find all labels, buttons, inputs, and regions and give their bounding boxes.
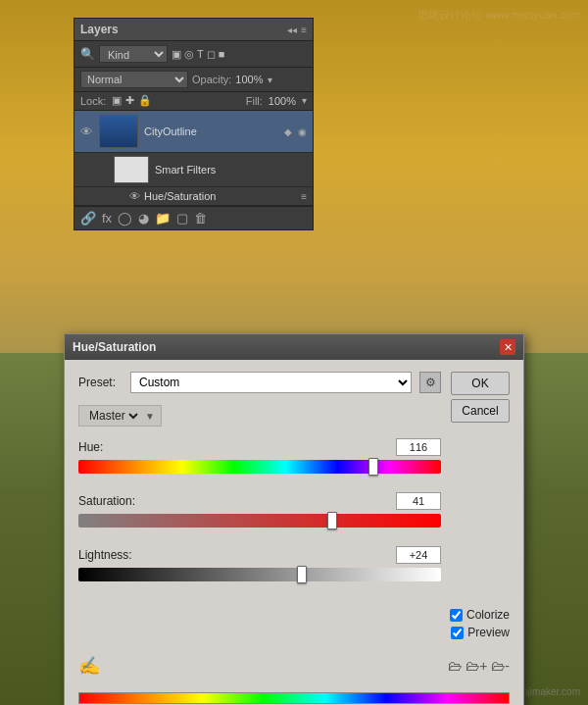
hue-sat-eye[interactable]: 👁 (129, 190, 140, 202)
tool-icons: ✍ (78, 655, 100, 677)
preset-row: Preset: Custom ⚙ (78, 372, 441, 393)
huesat-main-area: Preset: Custom ⚙ Master ▼ (78, 372, 441, 600)
layers-titlebar: Layers ◂◂ ≡ (74, 19, 313, 41)
lock-pixels-icon[interactable]: ▣ (112, 94, 122, 107)
lightness-label-row: Lightness: (78, 546, 441, 564)
layer-eye-city[interactable]: 👁 (80, 125, 93, 139)
layer-link-icon: ◆ (284, 126, 292, 137)
color-bar-source (78, 692, 510, 704)
preset-gear-button[interactable]: ⚙ (419, 372, 441, 393)
layers-title-controls: ◂◂ ≡ (287, 25, 307, 35)
lock-fill-row: Lock: ▣ ✚ 🔒 Fill: 100% ▾ (74, 92, 313, 111)
panel-menu-icon[interactable]: ≡ (301, 25, 307, 35)
saturation-slider-row: Saturation: (78, 492, 441, 530)
colorize-label: Colorize (466, 608, 510, 622)
huesat-titlebar: Hue/Saturation ✕ (65, 334, 523, 360)
eyedropper-icons: 🗁 🗁+ 🗁- (448, 658, 510, 674)
shape-filter-icon[interactable]: ◻ (207, 48, 216, 61)
channel-row: Master ▼ (78, 405, 441, 427)
watermark-top: 思绪设计论坛 www.missyuan.com (417, 8, 580, 23)
lightness-slider[interactable] (78, 568, 441, 581)
new-layer-icon[interactable]: ▢ (176, 211, 188, 226)
huesat-right-buttons: OK Cancel (451, 372, 510, 423)
huesat-dialog: Hue/Saturation ✕ Preset: Custom ⚙ (64, 333, 524, 705)
preview-row: Preview (451, 626, 510, 639)
saturation-label: Saturation: (78, 494, 135, 508)
saturation-label-row: Saturation: (78, 492, 441, 510)
hue-sat-filter-row[interactable]: 👁 Hue/Saturation ≡ (74, 187, 313, 206)
opacity-label: Opacity: (192, 74, 231, 85)
preset-dropdown[interactable]: Custom (130, 372, 412, 393)
huesat-close-button[interactable]: ✕ (500, 339, 515, 355)
hand-tool-icon[interactable]: ✍ (78, 655, 100, 677)
colorize-checkbox[interactable] (450, 609, 463, 622)
hue-value-input[interactable] (396, 438, 441, 456)
eyedropper-minus-icon[interactable]: 🗁- (491, 658, 510, 674)
new-adjustment-icon[interactable]: ◕ (138, 211, 149, 226)
ok-button[interactable]: OK (451, 372, 510, 395)
city-thumb-fill (100, 116, 137, 147)
layer-name-city: CityOutline (144, 126, 278, 137)
layer-thumbnail-city (99, 115, 138, 148)
eyedropper-plus-icon[interactable]: 🗁+ (466, 658, 487, 674)
layer-row-city[interactable]: 👁 CityOutline ◆ ◉ (74, 111, 313, 153)
huesat-color-bars (65, 684, 523, 705)
smart-filter-thumb-fill (115, 157, 148, 182)
huesat-tools-row: ✍ 🗁 🗁+ 🗁- (65, 651, 523, 684)
type-filter-icon[interactable]: T (197, 48, 204, 61)
preset-label: Preset: (78, 376, 122, 389)
lightness-value-input[interactable] (396, 546, 441, 564)
smart-filter-icon[interactable]: ■ (219, 48, 225, 61)
layer-options-icon[interactable]: ◉ (298, 126, 307, 137)
blend-opacity-row: Normal Opacity: 100% ▾ (74, 68, 313, 92)
hue-slider[interactable] (78, 460, 441, 474)
huesat-body: Preset: Custom ⚙ Master ▼ (65, 360, 523, 651)
kind-dropdown[interactable]: Kind (99, 45, 168, 63)
adjustment-filter-icon[interactable]: ◎ (184, 48, 194, 61)
link-layers-icon[interactable]: 🔗 (80, 211, 96, 226)
preview-label: Preview (467, 626, 510, 639)
new-group-icon[interactable]: 📁 (155, 211, 171, 226)
fill-chevron[interactable]: ▾ (302, 95, 307, 106)
search-icon: 🔍 (80, 47, 95, 61)
huesat-dialog-title: Hue/Saturation (73, 340, 156, 354)
channel-dropdown[interactable]: Master (85, 408, 141, 424)
preview-checkbox[interactable] (451, 627, 464, 639)
lightness-slider-row: Lightness: (78, 546, 441, 584)
lock-label: Lock: (80, 95, 106, 107)
layers-panel: Layers ◂◂ ≡ 🔍 Kind ▣ ◎ T ◻ ■ Normal Opac… (74, 18, 314, 230)
colorize-row: Colorize (450, 608, 510, 622)
layers-bottom-toolbar: 🔗 fx ◯ ◕ 📁 ▢ 🗑 (74, 206, 313, 229)
blend-mode-dropdown[interactable]: Normal (80, 71, 188, 88)
cancel-button[interactable]: Cancel (451, 399, 510, 423)
lock-icons: ▣ ✚ 🔒 (112, 94, 152, 107)
layers-filter-row: 🔍 Kind ▣ ◎ T ◻ ■ (74, 41, 313, 68)
delete-layer-icon[interactable]: 🗑 (194, 211, 207, 226)
saturation-value-input[interactable] (396, 492, 441, 510)
collapse-icon[interactable]: ◂◂ (287, 25, 297, 35)
hue-slider-row: Hue: (78, 438, 441, 477)
smart-filters-row: Smart Filters (74, 153, 313, 187)
fill-value: 100% (269, 95, 296, 107)
kind-filter-icons: ▣ ◎ T ◻ ■ (172, 48, 224, 61)
hue-sat-options-icon[interactable]: ≡ (301, 191, 307, 202)
eyedropper-icon[interactable]: 🗁 (448, 658, 462, 674)
opacity-chevron[interactable]: ▾ (268, 75, 272, 85)
lock-position-icon[interactable]: ✚ (125, 94, 134, 107)
pixel-filter-icon[interactable]: ▣ (172, 48, 181, 61)
hue-label: Hue: (78, 440, 103, 454)
add-mask-icon[interactable]: ◯ (118, 211, 132, 226)
smart-filter-thumbnail (114, 156, 149, 183)
layers-panel-title: Layers (80, 23, 119, 36)
add-style-icon[interactable]: fx (102, 211, 112, 226)
channel-chevron-icon: ▼ (145, 411, 155, 422)
checkboxes-area: Colorize Preview (78, 608, 510, 639)
lock-artboard-icon[interactable]: 🔒 (138, 94, 152, 107)
hue-label-row: Hue: (78, 438, 441, 456)
fill-label: Fill: (246, 95, 263, 107)
smart-filters-label: Smart Filters (155, 164, 307, 176)
opacity-value: 100% (235, 74, 263, 85)
hue-sat-filter-label: Hue/Saturation (144, 190, 297, 202)
lightness-label: Lightness: (78, 548, 132, 562)
saturation-slider[interactable] (78, 514, 441, 528)
